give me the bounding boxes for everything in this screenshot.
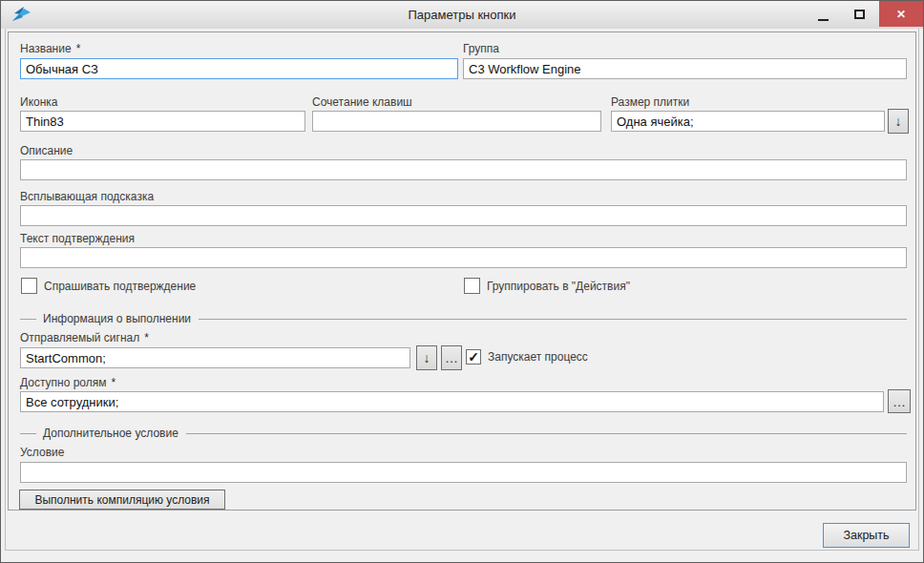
extra-condition-section-title: Дополнительное условие — [43, 427, 178, 440]
section-line — [199, 319, 907, 320]
group-into-actions-checkbox[interactable] — [464, 278, 480, 294]
signal-label: Отправляемый сигнал* — [20, 331, 149, 344]
shortcut-label: Сочетание клавиш — [312, 95, 412, 109]
required-asterisk: * — [112, 376, 116, 389]
roles-input[interactable] — [20, 391, 884, 412]
tile-size-input[interactable] — [611, 111, 885, 132]
section-line — [186, 433, 907, 434]
compile-condition-button[interactable]: Выполнить компиляцию условия — [19, 490, 225, 510]
form-panel: Название* Группа Иконка Сочетание клавиш… — [8, 31, 916, 511]
group-into-actions-label: Группировать в "Действия" — [487, 280, 630, 293]
description-input[interactable] — [20, 159, 907, 180]
dialog-window: Параметры кнопки ✕ Название* Группа Икон… — [0, 0, 924, 563]
section-dash — [20, 433, 36, 434]
roles-label: Доступно ролям* — [20, 376, 116, 389]
arrow-down-icon: ↓ — [424, 350, 430, 365]
execution-section-title: Информация о выполнении — [43, 312, 191, 325]
group-into-actions-checkbox-row[interactable]: Группировать в "Действия" — [464, 278, 630, 294]
maximize-button[interactable] — [841, 1, 877, 27]
signal-input[interactable] — [20, 347, 410, 368]
checkmark-icon: ✓ — [468, 350, 479, 364]
ellipsis-icon: … — [445, 350, 458, 365]
required-asterisk: * — [144, 331, 149, 344]
section-dash — [20, 319, 36, 320]
condition-input[interactable] — [20, 462, 907, 483]
condition-label: Условие — [20, 446, 64, 459]
shortcut-input[interactable] — [312, 111, 601, 132]
close-window-button[interactable]: ✕ — [879, 1, 923, 27]
description-label: Описание — [20, 144, 73, 157]
extra-condition-section-header: Дополнительное условие — [20, 427, 907, 440]
tile-size-dropdown-button[interactable]: ↓ — [888, 109, 909, 134]
tooltip-label: Всплывающая подсказка — [20, 190, 154, 203]
starts-process-label: Запускает процесс — [488, 350, 588, 364]
signal-browse-button[interactable]: … — [441, 345, 462, 370]
title-bar[interactable]: Параметры кнопки ✕ — [1, 1, 923, 29]
ask-confirmation-label: Спрашивать подтверждение — [44, 280, 196, 293]
confirm-text-input[interactable] — [20, 247, 907, 268]
signal-dropdown-button[interactable]: ↓ — [416, 345, 437, 370]
required-asterisk: * — [76, 42, 81, 55]
ask-confirmation-checkbox-row[interactable]: Спрашивать подтверждение — [21, 278, 196, 294]
execution-section-header: Информация о выполнении — [20, 312, 907, 325]
name-label: Название* — [20, 42, 80, 55]
roles-browse-button[interactable]: … — [888, 389, 911, 413]
confirm-text-label: Текст подтверждения — [20, 232, 135, 245]
close-icon: ✕ — [896, 8, 906, 21]
minimize-button[interactable] — [805, 1, 841, 27]
maximize-icon — [854, 10, 865, 19]
ask-confirmation-checkbox[interactable] — [21, 278, 37, 294]
icon-label: Иконка — [20, 95, 58, 109]
tooltip-input[interactable] — [20, 205, 907, 226]
group-input[interactable] — [463, 58, 907, 79]
window-title: Параметры кнопки — [1, 8, 923, 22]
group-label: Группа — [463, 42, 499, 55]
starts-process-checkbox-row[interactable]: ✓ Запускает процесс — [466, 349, 588, 365]
close-dialog-button[interactable]: Закрыть — [823, 523, 910, 548]
tile-size-label: Размер плитки — [611, 95, 689, 109]
icon-input[interactable] — [20, 111, 305, 132]
arrow-down-icon: ↓ — [895, 114, 902, 129]
ellipsis-icon: … — [892, 394, 906, 409]
minimize-icon — [818, 19, 829, 21]
name-input[interactable] — [20, 58, 458, 79]
starts-process-checkbox[interactable]: ✓ — [466, 349, 481, 365]
